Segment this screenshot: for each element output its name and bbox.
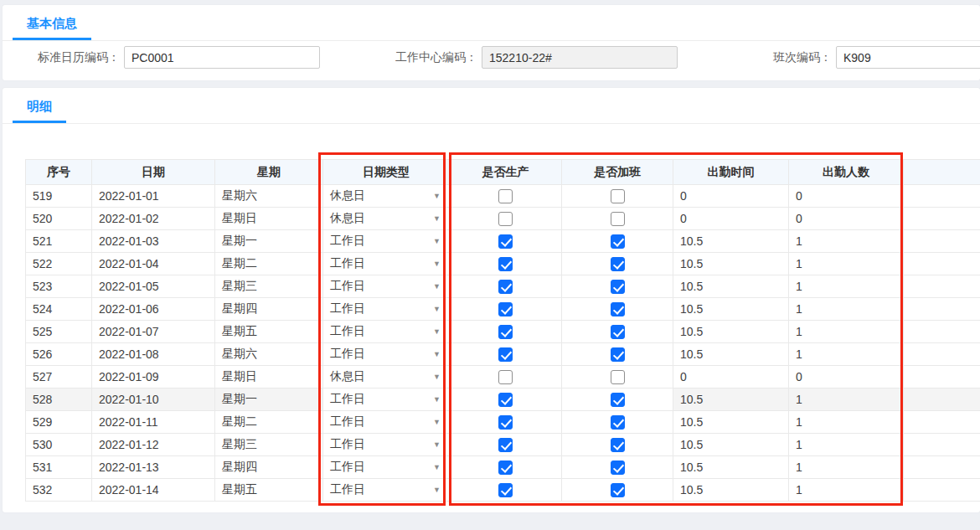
date-type-select[interactable]: 工作日▼ [330, 460, 449, 475]
row-date: 2022-01-14 [92, 479, 215, 502]
row-empty-cell [904, 411, 980, 434]
row-attendance-count: 1 [789, 411, 904, 434]
overtime-checkbox-cell [562, 185, 673, 208]
production-checkbox[interactable] [498, 257, 513, 271]
row-attendance-hours: 10.5 [673, 275, 789, 298]
overtime-checkbox-cell [562, 411, 673, 434]
row-date: 2022-01-05 [92, 275, 215, 298]
chevron-down-icon: ▼ [433, 193, 441, 200]
production-checkbox[interactable] [498, 370, 513, 384]
row-attendance-count: 1 [789, 343, 904, 366]
production-checkbox[interactable] [498, 234, 513, 249]
row-attendance-hours: 0 [673, 185, 789, 208]
page: { "colors": { "accent": "#1890ff", "high… [0, 0, 980, 530]
chevron-down-icon: ▼ [433, 260, 441, 268]
row-empty-cell [904, 253, 980, 275]
work-center-code-input[interactable] [482, 46, 678, 69]
overtime-checkbox[interactable] [611, 189, 625, 203]
row-date: 2022-01-03 [92, 230, 215, 253]
production-checkbox[interactable] [498, 483, 513, 497]
table-row: 5292022-01-11星期二工作日▼10.51 [26, 411, 980, 434]
date-type-select[interactable]: 休息日▼ [330, 188, 449, 203]
row-date: 2022-01-10 [92, 388, 215, 411]
table-row: 5302022-01-12星期三工作日▼10.51 [26, 434, 980, 456]
production-checkbox-cell [450, 343, 562, 366]
overtime-checkbox[interactable] [611, 438, 625, 452]
shift-code-label: 班次编码： [765, 50, 836, 65]
row-weekday: 星期三 [215, 434, 323, 456]
col-header-seq: 序号 [26, 160, 92, 185]
row-attendance-count: 0 [789, 366, 904, 388]
overtime-checkbox[interactable] [611, 483, 625, 497]
date-type-select[interactable]: 工作日▼ [330, 414, 449, 430]
production-checkbox[interactable] [498, 212, 513, 226]
basic-info-tabbar: 基本信息 [3, 5, 980, 41]
row-date: 2022-01-06 [92, 298, 215, 321]
row-empty-cell [904, 298, 980, 321]
date-type-value: 工作日 [330, 437, 365, 452]
row-seq: 521 [26, 230, 92, 253]
row-attendance-hours: 10.5 [673, 411, 789, 434]
overtime-checkbox[interactable] [611, 325, 625, 339]
overtime-checkbox[interactable] [611, 347, 625, 362]
production-checkbox[interactable] [498, 347, 513, 362]
shift-code-input[interactable] [836, 46, 980, 69]
date-type-select[interactable]: 工作日▼ [330, 437, 449, 452]
overtime-checkbox[interactable] [611, 257, 625, 271]
production-checkbox[interactable] [498, 461, 513, 475]
overtime-checkbox[interactable] [611, 280, 625, 294]
row-attendance-hours: 10.5 [673, 456, 789, 479]
overtime-checkbox[interactable] [611, 415, 625, 430]
row-weekday: 星期二 [215, 253, 323, 275]
overtime-checkbox[interactable] [611, 393, 625, 407]
overtime-checkbox[interactable] [611, 212, 625, 226]
row-empty-cell [904, 343, 980, 366]
date-type-select[interactable]: 工作日▼ [330, 392, 449, 407]
table-row: 5322022-01-14星期五工作日▼10.51 [26, 479, 980, 502]
chevron-down-icon: ▼ [433, 238, 441, 245]
date-type-value: 工作日 [330, 256, 365, 271]
date-type-select[interactable]: 工作日▼ [330, 256, 449, 271]
date-type-select[interactable]: 工作日▼ [330, 347, 449, 362]
tab-basic-info[interactable]: 基本信息 [13, 5, 91, 40]
row-weekday: 星期日 [215, 366, 323, 388]
basic-info-section: 基本信息 标准日历编码： 工作中心编码： 班次编码： [3, 5, 980, 80]
row-attendance-hours: 10.5 [673, 434, 789, 456]
row-weekday: 星期四 [215, 456, 323, 479]
row-empty-cell [904, 185, 980, 208]
production-checkbox[interactable] [498, 415, 513, 430]
overtime-checkbox[interactable] [611, 370, 625, 384]
date-type-select[interactable]: 工作日▼ [330, 234, 449, 249]
date-type-select[interactable]: 工作日▼ [330, 324, 449, 339]
production-checkbox[interactable] [498, 438, 513, 452]
standard-calendar-code-input[interactable] [124, 46, 320, 69]
date-type-select[interactable]: 休息日▼ [330, 369, 449, 384]
date-type-value: 休息日 [330, 188, 365, 203]
date-type-select[interactable]: 工作日▼ [330, 279, 449, 294]
date-type-value: 休息日 [330, 211, 365, 226]
production-checkbox[interactable] [498, 393, 513, 407]
production-checkbox[interactable] [498, 280, 513, 294]
production-checkbox-cell [450, 185, 562, 208]
row-attendance-count: 1 [789, 275, 904, 298]
row-weekday: 星期六 [215, 343, 323, 366]
row-weekday: 星期四 [215, 298, 323, 321]
production-checkbox[interactable] [498, 302, 513, 316]
row-seq: 531 [26, 456, 92, 479]
row-date: 2022-01-09 [92, 366, 215, 388]
production-checkbox[interactable] [498, 189, 513, 203]
overtime-checkbox[interactable] [611, 302, 625, 316]
row-date: 2022-01-04 [92, 253, 215, 275]
overtime-checkbox-cell [562, 230, 673, 253]
date-type-value: 工作日 [330, 324, 365, 339]
date-type-select[interactable]: 休息日▼ [330, 211, 449, 226]
date-type-select[interactable]: 工作日▼ [330, 482, 449, 497]
standard-calendar-code-label: 标准日历编码： [34, 50, 124, 65]
production-checkbox[interactable] [498, 325, 513, 339]
tab-detail[interactable]: 明细 [13, 88, 66, 123]
overtime-checkbox[interactable] [611, 234, 625, 249]
date-type-select[interactable]: 工作日▼ [330, 301, 449, 316]
overtime-checkbox[interactable] [611, 461, 625, 475]
row-date: 2022-01-12 [92, 434, 215, 456]
date-type-value: 工作日 [330, 301, 365, 316]
